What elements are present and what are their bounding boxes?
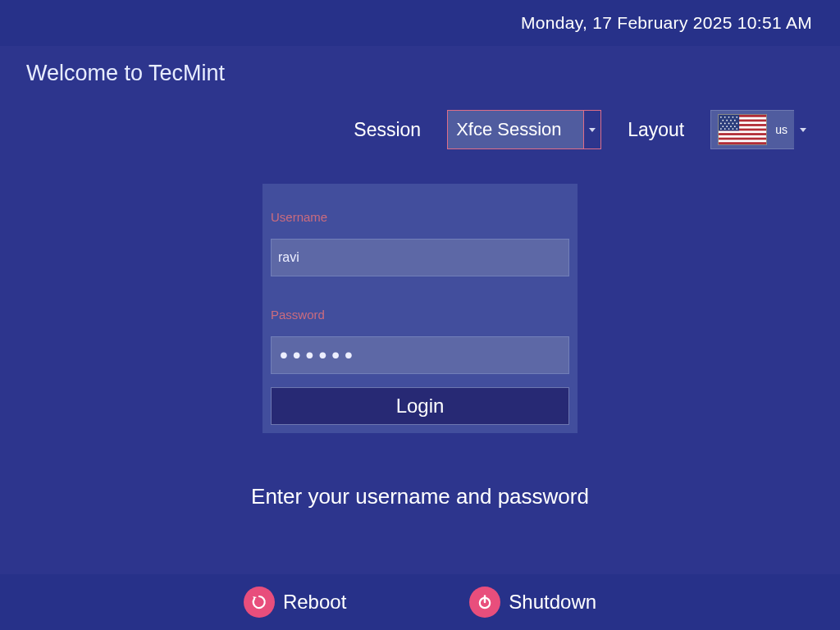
- svg-point-12: [737, 116, 738, 118]
- svg-point-25: [734, 126, 736, 127]
- svg-rect-6: [719, 139, 766, 142]
- shutdown-label: Shutdown: [509, 591, 596, 614]
- username-field[interactable]: [271, 239, 569, 276]
- svg-point-23: [726, 126, 728, 127]
- svg-point-29: [733, 128, 734, 130]
- username-label: Username: [271, 210, 569, 224]
- top-selectors: Session Xfce Session Layout: [354, 110, 812, 149]
- reboot-button[interactable]: Reboot: [244, 587, 346, 618]
- flag-us-icon: [718, 114, 767, 145]
- svg-point-15: [730, 120, 732, 121]
- svg-point-19: [728, 123, 730, 125]
- layout-dropdown[interactable]: us: [710, 110, 812, 149]
- top-bar: Monday, 17 February 2025 10:51 AM: [0, 0, 840, 46]
- chevron-down-icon: [800, 128, 806, 132]
- layout-caret[interactable]: [794, 110, 812, 149]
- svg-point-14: [726, 120, 728, 121]
- shutdown-button[interactable]: Shutdown: [469, 587, 596, 618]
- svg-point-20: [733, 123, 734, 125]
- session-caret[interactable]: [583, 110, 601, 149]
- layout-value[interactable]: us: [710, 110, 794, 149]
- chevron-down-icon: [589, 128, 596, 132]
- svg-point-16: [734, 120, 736, 121]
- session-dropdown[interactable]: Xfce Session: [447, 110, 601, 149]
- svg-point-11: [733, 116, 734, 118]
- svg-point-27: [724, 128, 726, 130]
- password-label: Password: [271, 308, 569, 322]
- clock: Monday, 17 February 2025 10:51 AM: [521, 13, 812, 33]
- welcome-text: Welcome to TecMint: [26, 61, 225, 86]
- prompt-text: Enter your username and password: [0, 484, 840, 509]
- layout-code: us: [775, 123, 788, 136]
- svg-rect-4: [719, 130, 766, 133]
- svg-point-18: [724, 123, 726, 125]
- svg-point-13: [723, 120, 724, 121]
- svg-point-30: [737, 128, 738, 130]
- reboot-icon: [244, 587, 275, 618]
- shutdown-icon: [469, 587, 500, 618]
- session-value[interactable]: Xfce Session: [447, 110, 583, 149]
- bottom-bar: Reboot Shutdown: [0, 574, 840, 630]
- svg-point-26: [720, 128, 722, 130]
- login-button[interactable]: Login: [271, 387, 569, 425]
- svg-point-21: [737, 123, 738, 125]
- svg-point-17: [720, 123, 722, 125]
- reboot-label: Reboot: [283, 591, 346, 614]
- svg-point-24: [730, 126, 732, 127]
- login-panel: Username Password Login: [262, 184, 578, 433]
- svg-rect-5: [719, 135, 766, 138]
- svg-point-9: [724, 116, 726, 118]
- svg-point-28: [728, 128, 730, 130]
- svg-point-22: [723, 126, 724, 127]
- svg-point-8: [720, 116, 722, 118]
- session-label: Session: [354, 119, 421, 141]
- password-field[interactable]: [271, 336, 569, 374]
- layout-label: Layout: [628, 119, 684, 141]
- svg-point-10: [728, 116, 730, 118]
